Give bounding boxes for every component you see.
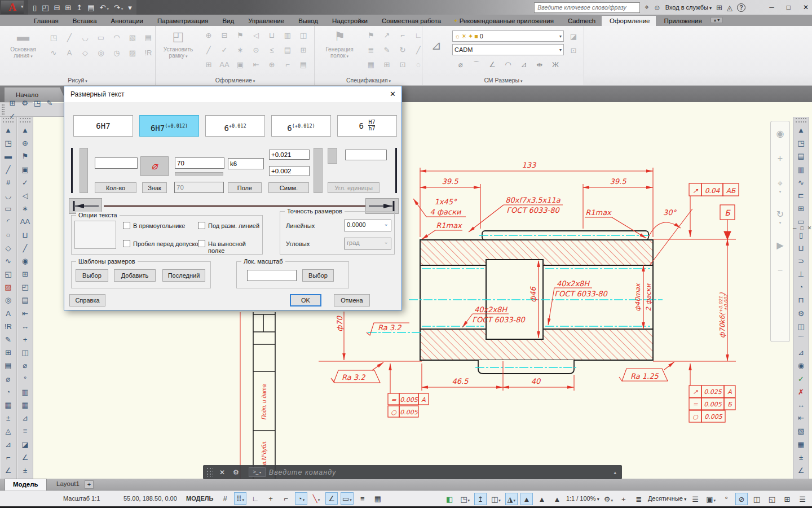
layer-state-icon[interactable]: ✦ <box>468 33 473 40</box>
navbar-icon[interactable]: ▶ <box>776 240 783 251</box>
dim-d70[interactable]: ф70 <box>336 315 344 331</box>
thread-note-left[interactable]: 40x2x8H <box>474 305 508 314</box>
ribbon-draw-icon[interactable]: !R <box>142 47 155 59</box>
thread-gost-left[interactable]: ГОСТ 6033-80 <box>472 316 526 324</box>
toolbar-icon[interactable]: ▬ <box>2 150 15 163</box>
toolbar-icon[interactable]: ✓ <box>795 373 808 386</box>
spline-gost[interactable]: ГОСТ 6033-80 <box>506 206 560 214</box>
command-wrench-icon[interactable]: ⚙ <box>233 468 239 476</box>
setframe-button[interactable]: ◰ Установить рамку <box>160 29 197 59</box>
dialog-title-bar[interactable]: Размерный текст ✕ <box>64 86 401 102</box>
toolbar-icon[interactable]: ⚑ <box>19 150 32 163</box>
toolbar-icon[interactable]: ▤ <box>19 294 32 306</box>
checkbox-space-before-tol[interactable] <box>123 240 130 247</box>
status-icon[interactable]: ↥ <box>474 493 487 505</box>
toolbar-icon[interactable]: ⌐ <box>2 451 15 464</box>
toolbar-icon[interactable]: ▥ <box>19 386 32 398</box>
add-layout-button[interactable]: + <box>85 480 94 489</box>
toolbar-icon[interactable]: ✎ <box>2 333 15 346</box>
toolbar-icon[interactable]: ⊞ <box>6 97 19 110</box>
toolbar-icon[interactable]: ⊥ <box>795 268 808 281</box>
toolbar-icon[interactable]: ± <box>19 464 32 477</box>
toolbar-icon[interactable]: ◇ <box>2 242 15 255</box>
signin-button[interactable]: Вход в службы <box>665 4 712 11</box>
preview-option-3[interactable]: 6+0.012 <box>205 115 265 137</box>
status-icon[interactable]: ◱ <box>766 493 778 505</box>
model-space-indicator[interactable]: МОДЕЛЬ <box>186 495 213 502</box>
ribbon-dim-icon[interactable]: ⇹ <box>533 59 546 71</box>
genshelf-button[interactable]: ⚑ Генерация полок <box>317 29 361 59</box>
dimstyle-combo[interactable]: CADM <box>452 44 564 55</box>
status-icon[interactable]: ≡ <box>356 492 369 505</box>
toolbar-icon[interactable]: ◡ <box>2 189 15 202</box>
ribbon-tab[interactable]: Совместная работа <box>374 16 447 26</box>
status-icon[interactable]: ⠿ <box>234 492 246 505</box>
dim-30deg[interactable]: 30° <box>663 208 677 217</box>
toolbar-icon[interactable]: ↔ <box>795 398 808 411</box>
status-icon[interactable]: ▣ <box>704 493 717 505</box>
toolbar-icon[interactable]: ∿ <box>2 255 15 268</box>
status-icon[interactable]: ▲ <box>520 493 533 505</box>
toolbar-icon[interactable]: ⊃ <box>795 255 808 268</box>
ribbon-draw-icon[interactable]: ◇ <box>79 47 91 59</box>
toolbar-icon[interactable]: ± <box>2 411 15 424</box>
toolbar-icon[interactable]: ▦ <box>19 398 32 411</box>
ribbon-spec-icon[interactable]: ≣ <box>365 44 377 56</box>
status-icon[interactable]: ▲ <box>551 493 563 505</box>
toolbar-icon[interactable]: + <box>19 333 32 346</box>
command-line[interactable]: ✕ ⚙ >_ Введите команду ▴ <box>203 465 622 479</box>
symmetric-button[interactable]: Симм. <box>268 182 309 193</box>
ribbon-draw-icon[interactable]: ▭ <box>95 32 107 44</box>
smartdim-icon[interactable]: ⊿ <box>426 40 447 52</box>
panel-decor-footer[interactable]: Оформление <box>156 76 314 85</box>
dim-40[interactable]: 40 <box>531 377 541 386</box>
ribbon-spec-icon[interactable]: ✎ <box>381 44 393 56</box>
tolerance-lower-input[interactable] <box>269 166 310 176</box>
units-selector[interactable]: Десятичные <box>648 492 686 506</box>
toolbar-icon[interactable]: ≡ <box>19 424 32 437</box>
toolbar-icon[interactable]: ▨ <box>2 281 15 294</box>
search-input[interactable] <box>534 2 640 13</box>
dim-133[interactable]: 133 <box>522 161 537 169</box>
status-icon[interactable]: ◧ <box>443 493 456 505</box>
toolbar-icon[interactable]: ⊓ <box>795 294 808 306</box>
ribbon-tab[interactable]: Вывод <box>290 16 324 26</box>
status-icon[interactable]: ▦ <box>372 492 384 505</box>
status-icon[interactable]: ◳ <box>458 493 471 505</box>
qat-icon[interactable]: ⊞ <box>65 3 71 12</box>
ribbon-decor-icon[interactable]: ⊔ <box>266 29 278 42</box>
status-icon[interactable]: ⊞ <box>781 493 793 505</box>
local-scale-input[interactable] <box>247 270 297 281</box>
panel-spec-footer[interactable]: Спецификация <box>315 76 422 85</box>
toolbar-icon[interactable]: # <box>2 176 15 189</box>
status-icon[interactable]: ◫ <box>489 493 502 505</box>
ribbon-dim-icon[interactable]: Ж <box>549 59 562 71</box>
toolbar-grip[interactable] <box>2 104 5 115</box>
ribbon-decor-icon[interactable]: ◫ <box>297 29 310 42</box>
ribbon-decor-icon[interactable]: ✓ <box>218 44 231 56</box>
toolbar-icon[interactable]: ◉ <box>19 255 32 268</box>
toolbar-icon[interactable]: ⊿ <box>2 438 15 451</box>
scale-indicator[interactable]: Масштаб 1:1 <box>63 495 100 502</box>
extension-grip-left[interactable] <box>80 148 88 193</box>
toolbar-icon[interactable]: ▲ <box>795 124 808 137</box>
radius-note-left[interactable]: R1max <box>436 221 462 230</box>
ribbon-collapse-button[interactable]: ▴ ▾ <box>710 17 723 23</box>
tolerance-upper-input[interactable] <box>269 150 310 160</box>
ribbon-dim-icon[interactable]: ⌒ <box>470 59 483 71</box>
search-binoculars-icon[interactable]: ⌖ <box>645 3 648 12</box>
toolbar-icon[interactable]: ◳ <box>795 137 808 150</box>
roughness-ra32-top[interactable]: Ra 3.2 <box>378 323 401 332</box>
navbar-icon[interactable]: + <box>778 154 783 164</box>
status-icon[interactable]: ⊘ <box>735 493 748 505</box>
layer-combo[interactable]: ☼☀✦■ 0 <box>452 30 564 42</box>
toolbar-icon[interactable]: ⊔ <box>19 229 32 242</box>
navbar-icon[interactable]: ◉ <box>776 128 784 139</box>
panel-draw-footer[interactable]: Рисуй <box>0 76 155 85</box>
dim-39-5-right[interactable]: 39.5 <box>610 177 627 186</box>
toolbar-icon[interactable]: ▭ <box>2 202 15 215</box>
preview-option-1[interactable]: 6H7 <box>73 115 133 137</box>
toolbar-icon[interactable]: A <box>2 307 15 320</box>
thread-gost-right[interactable]: ГОСТ 6033-80 <box>554 290 608 298</box>
toolbar-icon[interactable]: ◰ <box>19 281 32 294</box>
